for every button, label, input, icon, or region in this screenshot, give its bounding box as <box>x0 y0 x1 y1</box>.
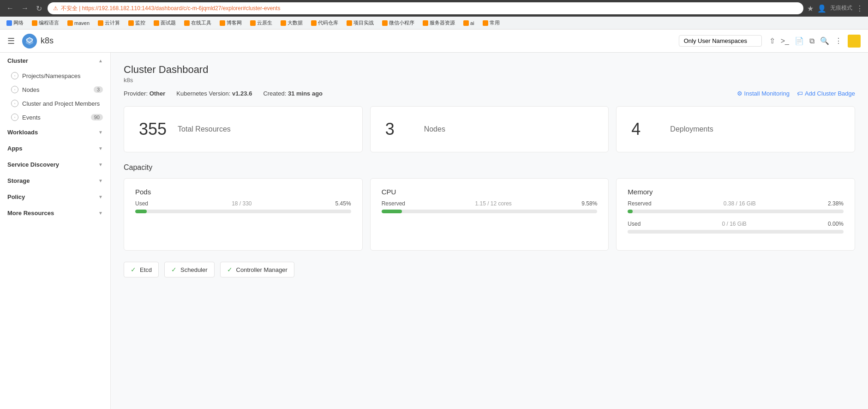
capacity-card-pods: Pods Used 18 / 330 5.45% <box>124 178 363 251</box>
pods-values: 18 / 330 <box>232 200 251 207</box>
bookmark-project[interactable]: 项目实战 <box>344 18 377 27</box>
dashboard-title: Cluster Dashboard <box>124 64 855 76</box>
address-bar[interactable]: ⚠ 不安全 | https://192.168.182.110:1443/das… <box>48 2 803 14</box>
badge-icon: 🏷 <box>797 90 803 97</box>
cluster-header[interactable]: Cluster ▲ <box>0 53 110 69</box>
forward-button[interactable]: → <box>19 2 30 14</box>
browser-actions: ★ 👤 无痕模式 ⋮ <box>807 4 863 13</box>
more-resources-header[interactable]: More Resources ▼ <box>0 205 110 221</box>
cpu-info: Reserved 1.15 / 12 cores 9.58% <box>382 200 598 207</box>
header-icons: ⇧ >_ 📄 ⧉ 🔍 ⋮ <box>769 35 861 48</box>
content-area: Cluster Dashboard k8s Provider: Other Ku… <box>111 53 868 409</box>
dashboard-actions: ⚙ Install Monitoring 🏷 Add Cluster Badge <box>737 90 855 97</box>
bookmark-label: 大数据 <box>287 19 303 26</box>
memory-used-label: Used <box>628 221 641 227</box>
memory-reserved-values: 0.38 / 16 GiB <box>724 200 756 207</box>
policy-chevron-icon: ▼ <box>98 194 103 199</box>
bookmark-blog[interactable]: 博客网 <box>217 18 245 27</box>
workloads-header[interactable]: Workloads ▼ <box>0 124 110 140</box>
sidebar-item-projects[interactable]: ◦ Projects/Namespaces <box>0 69 110 83</box>
bookmark-programming[interactable]: 编程语言 <box>29 18 62 27</box>
cpu-pct: 9.58% <box>581 200 597 207</box>
bookmark-label: 代码仓库 <box>318 19 338 26</box>
bookmark-bigdata[interactable]: 大数据 <box>278 18 305 27</box>
bookmark-label: 编程语言 <box>39 19 59 26</box>
sidebar-item-label: ◦ Projects/Namespaces <box>11 72 80 79</box>
menu-button[interactable]: ⋮ <box>856 4 863 13</box>
bookmark-cloud[interactable]: 云计算 <box>95 18 123 27</box>
more-button[interactable]: ⋮ <box>835 36 842 45</box>
search-button[interactable]: 🔍 <box>820 36 829 45</box>
bookmark-ai[interactable]: ai <box>461 19 477 27</box>
bookmarks-bar: 网络 编程语言 maven 云计算 监控 面试题 在线工具 博客网 云原生 大数… <box>0 17 868 30</box>
main-layout: Cluster ▲ ◦ Projects/Namespaces ◦ Nodes … <box>0 53 868 409</box>
star-button[interactable]: ★ <box>807 4 814 13</box>
cpu-reserved-label: Reserved <box>382 200 405 207</box>
bookmark-tools[interactable]: 在线工具 <box>181 18 214 27</box>
apps-header[interactable]: Apps ▼ <box>0 140 110 156</box>
back-button[interactable]: ← <box>5 2 16 14</box>
service-discovery-chevron-icon: ▼ <box>98 162 103 167</box>
members-label: Cluster and Project Members <box>22 100 100 107</box>
profile-button[interactable]: 👤 <box>817 4 826 13</box>
kubernetes-icon <box>25 36 34 46</box>
storage-section: Storage ▼ <box>0 173 110 189</box>
sidebar-item-members[interactable]: ◦ Cluster and Project Members <box>0 96 110 110</box>
namespace-select[interactable]: Only User Namespaces <box>679 35 762 47</box>
memory-reserved-progress-bar <box>628 210 844 213</box>
app-header: ☰ k8s Only User Namespaces ⇧ >_ 📄 ⧉ 🔍 ⋮ <box>0 30 868 53</box>
bookmark-icon <box>463 20 469 26</box>
browser-mode-label: 无痕模式 <box>830 4 852 13</box>
stat-number-resources: 355 <box>139 120 167 139</box>
cpu-title: CPU <box>382 188 598 196</box>
settings-icon: ⚙ <box>737 90 742 97</box>
bookmark-icon <box>98 20 103 26</box>
bookmark-wechat[interactable]: 微信小程序 <box>379 18 417 27</box>
storage-header[interactable]: Storage ▼ <box>0 173 110 189</box>
events-label: Events <box>22 114 41 121</box>
bookmark-server[interactable]: 服务器资源 <box>420 18 458 27</box>
provider-value: Other <box>150 90 166 97</box>
file-button[interactable]: 📄 <box>795 36 804 45</box>
bookmark-label: maven <box>74 20 90 26</box>
cluster-label: Cluster <box>7 57 28 64</box>
service-discovery-header[interactable]: Service Discovery ▼ <box>0 156 110 173</box>
controller-manager-label: Controller Manager <box>236 266 287 273</box>
hamburger-button[interactable]: ☰ <box>7 36 15 46</box>
created-info: Created: 31 mins ago <box>263 90 323 97</box>
bookmark-monitor[interactable]: 监控 <box>126 18 148 27</box>
component-scheduler: ✓ Scheduler <box>164 262 215 277</box>
policy-header[interactable]: Policy ▼ <box>0 189 110 205</box>
bookmark-interview[interactable]: 面试题 <box>151 18 179 27</box>
logo-icon <box>22 34 37 48</box>
cpu-progress-fill <box>382 210 402 213</box>
upload-button[interactable]: ⇧ <box>769 36 775 45</box>
copy-button[interactable]: ⧉ <box>809 37 814 45</box>
storage-chevron-icon: ▼ <box>98 178 103 183</box>
sidebar-item-events[interactable]: ◦ Events 90 <box>0 110 110 124</box>
sidebar-item-nodes[interactable]: ◦ Nodes 3 <box>0 83 110 96</box>
bookmark-network[interactable]: 网络 <box>4 18 26 27</box>
members-icon: ◦ <box>11 100 18 107</box>
bookmark-maven[interactable]: maven <box>65 19 92 27</box>
memory-used-progress-bar <box>628 230 844 234</box>
apps-label: Apps <box>7 145 23 152</box>
bookmark-icon <box>6 20 12 26</box>
scheduler-check-icon: ✓ <box>171 266 177 273</box>
etcd-label: Etcd <box>140 266 152 273</box>
bookmark-icon <box>184 20 190 26</box>
terminal-button[interactable]: >_ <box>781 37 789 45</box>
install-monitoring-link[interactable]: ⚙ Install Monitoring <box>737 90 790 97</box>
nodes-icon: ◦ <box>11 86 18 93</box>
workloads-chevron-icon: ▼ <box>98 130 103 135</box>
projects-label: Projects/Namespaces <box>22 72 80 79</box>
bookmark-cloudnative[interactable]: 云原生 <box>247 18 275 27</box>
capacity-card-memory: Memory Reserved 0.38 / 16 GiB 2.38% Used… <box>616 178 855 251</box>
apps-section: Apps ▼ <box>0 140 110 156</box>
bookmark-repo[interactable]: 代码仓库 <box>308 18 341 27</box>
refresh-button[interactable]: ↻ <box>34 2 44 15</box>
stat-label-resources: Total Resources <box>178 125 231 133</box>
bookmark-common[interactable]: 常用 <box>480 18 503 27</box>
logo-text: k8s <box>41 36 54 46</box>
add-cluster-badge-link[interactable]: 🏷 Add Cluster Badge <box>797 90 855 97</box>
